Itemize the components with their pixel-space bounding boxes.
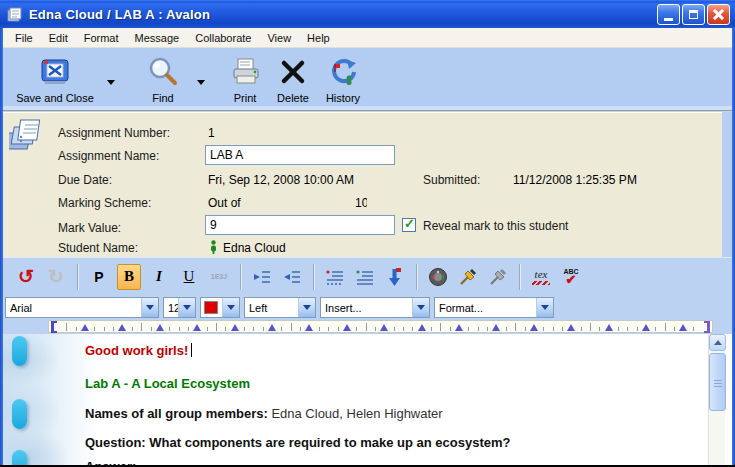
paragraph-style-icon [355,268,375,286]
window-title: Edna Cloud / LAB A : Avalon [29,7,210,22]
insert-select-arrow[interactable] [412,298,429,317]
stationery-pill-decoration [12,399,27,429]
minimize-button[interactable] [657,4,680,25]
insert-below-button[interactable] [383,264,407,290]
due-date-label: Due Date: [58,173,112,187]
format-select[interactable]: Format... [434,297,554,318]
document-body[interactable]: Good work girls! Lab A - A Local Ecosyst… [3,334,732,465]
link-wheel-icon [428,267,448,287]
document-scrollbar[interactable] [708,334,725,465]
chevron-down-icon [417,305,425,310]
find-label: Find [152,92,173,104]
format-select-arrow[interactable] [536,298,553,317]
eyedropper-gray-button[interactable] [486,264,510,290]
eyedropper-gray-icon [488,267,508,287]
maximize-button[interactable] [682,4,705,25]
find-button[interactable]: Find [135,54,191,104]
align-select[interactable]: Left [244,297,316,318]
menu-format[interactable]: Format [77,30,126,46]
ruler-left-margin-marker[interactable] [51,321,57,333]
scroll-up-icon [714,340,722,345]
close-button[interactable] [707,4,730,25]
student-name-value[interactable]: Edna Cloud [223,241,286,255]
ruler-track[interactable] [48,320,713,333]
undo-icon: ↺ [18,267,34,286]
assignment-form: Assignment Number: 1 Assignment Name: Du… [3,112,722,257]
undo-button[interactable]: ↺ [14,264,38,290]
submitted-label: Submitted: [423,173,480,187]
assignment-number-value: 1 [208,126,215,140]
separator [313,264,314,290]
find-menu-arrow-icon[interactable] [197,80,205,85]
print-label: Print [234,92,257,104]
fixed-width-button[interactable]: 1E3J [207,264,231,290]
bold-button[interactable]: B [117,264,141,290]
student-name-label: Student Name: [58,241,138,255]
assignment-name-input[interactable] [205,145,395,165]
stationery-margin-decoration [3,334,98,465]
underline-button[interactable]: U [177,264,201,290]
font-color-swatch [204,301,218,314]
eyedropper-icon [458,267,478,287]
signature-icon: tex [532,269,550,285]
history-icon [327,56,359,88]
signature-button[interactable]: tex [529,264,553,290]
italic-button[interactable]: I [147,264,171,290]
chevron-down-icon [183,305,191,310]
align-select-arrow[interactable] [298,298,315,317]
menu-file[interactable]: File [8,30,40,46]
print-icon [230,57,260,87]
menu-collaborate[interactable]: Collaborate [188,30,258,46]
app-window: Edna Cloud / LAB A : Avalon File Edit Fo… [0,0,735,467]
font-select[interactable]: Arial [5,297,159,318]
assignment-notes-icon [9,117,45,155]
reveal-mark-checkbox[interactable] [402,218,416,232]
question-line: Question: What components are required t… [85,435,510,450]
save-and-close-label: Save and Close [16,92,94,104]
reveal-mark-label: Reveal mark to this student [423,219,568,233]
indent-decrease-button[interactable] [280,264,304,290]
plain-style-button[interactable]: P [87,264,111,290]
link-wheel-button[interactable] [426,264,450,290]
mark-value-input[interactable] [205,215,395,235]
document-note-icon [6,6,23,23]
separator [519,264,520,290]
spellcheck-button[interactable]: ABC ✔ [559,264,583,290]
font-size-select[interactable]: 12 [163,297,196,318]
paragraph-style-button[interactable] [353,264,377,290]
print-button[interactable]: Print [223,54,267,104]
delete-label: Delete [277,92,309,104]
group-members-line: Names of all group members: Edna Cloud, … [85,406,443,421]
mark-value-label: Mark Value: [58,221,121,235]
menu-view[interactable]: View [260,30,298,46]
title-bar: Edna Cloud / LAB A : Avalon [0,0,735,28]
quote-style-button[interactable] [323,264,347,290]
stationery-pill-decoration [12,450,27,465]
submitted-value: 11/12/2008 1:25:35 PM [513,173,637,187]
font-size-arrow[interactable] [178,298,195,317]
save-and-close-button[interactable]: Save and Close [9,54,101,104]
scrollbar-thumb[interactable] [709,353,726,411]
delete-button[interactable]: Delete [271,54,315,104]
chevron-down-icon [146,305,154,310]
scroll-up-button[interactable] [709,334,726,351]
assignment-number-label: Assignment Number: [58,126,170,140]
menu-edit[interactable]: Edit [42,30,75,46]
ruler-right-margin-marker[interactable] [704,321,710,333]
font-color-arrow[interactable] [222,298,239,317]
menu-help[interactable]: Help [300,30,337,46]
font-color-select[interactable] [200,297,240,318]
minimize-icon [664,18,673,21]
redo-button[interactable]: ↻ [44,264,68,290]
chevron-down-icon [541,305,549,310]
menu-message[interactable]: Message [128,30,187,46]
eyedropper-button[interactable] [456,264,480,290]
history-button[interactable]: History [319,54,367,104]
save-menu-arrow-icon[interactable] [107,80,115,85]
indent-increase-icon [252,269,272,285]
indent-increase-button[interactable] [250,264,274,290]
insert-select[interactable]: Insert... [320,297,430,318]
window-border-left [0,28,3,465]
marking-scheme-total: 10 [355,196,367,210]
font-select-arrow[interactable] [141,298,158,317]
